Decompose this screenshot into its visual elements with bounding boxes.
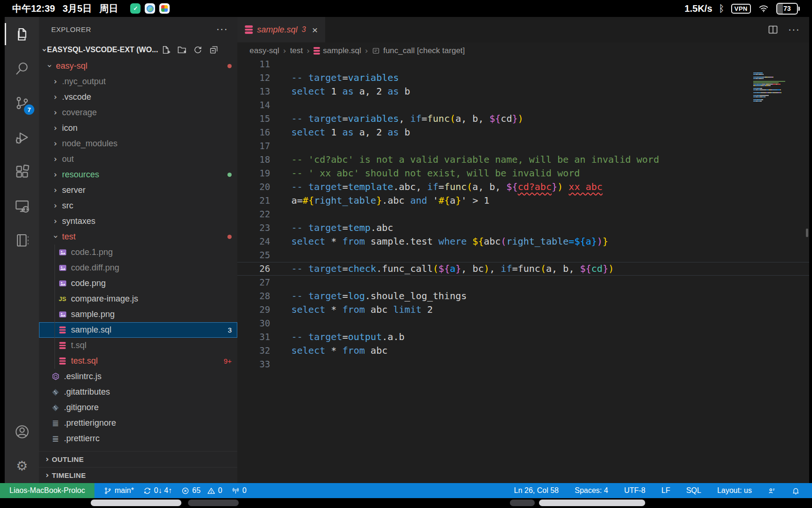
- tab-sample-sql[interactable]: sample.sql 3 ×: [237, 17, 325, 42]
- tree-file-t-sql[interactable]: t.sql: [39, 338, 237, 353]
- code-line-21[interactable]: 21a=#{right_table}.abc and '#{a}' > 1: [237, 194, 809, 207]
- section-outline[interactable]: ›OUTLINE: [39, 451, 237, 467]
- new-folder-icon[interactable]: [177, 45, 187, 55]
- code-line-13[interactable]: 13select 1 as a, 2 as b: [237, 85, 809, 98]
- tree-file--prettierrc[interactable]: ≣.prettierrc: [39, 431, 237, 446]
- activity-settings-button[interactable]: ⚙: [5, 449, 39, 483]
- branch-status[interactable]: main*: [99, 486, 139, 495]
- editor-more-actions-icon[interactable]: ···: [788, 24, 800, 36]
- cursor-position[interactable]: Ln 26, Col 58: [509, 486, 563, 495]
- running-app-icons: ✓: [130, 3, 170, 14]
- window-drag-handle[interactable]: [510, 500, 535, 506]
- store-app-icon[interactable]: [159, 3, 170, 14]
- tree-folder-resources[interactable]: ›resources: [39, 167, 237, 183]
- minimap[interactable]: [753, 71, 803, 103]
- code-line-18[interactable]: 18-- 'cd?abc' is not a valid variable na…: [237, 153, 809, 167]
- language-mode[interactable]: SQL: [681, 486, 706, 495]
- tree-file-code-png[interactable]: code.png: [39, 276, 237, 291]
- code-line-29[interactable]: 29select * from abc limit 2: [237, 303, 809, 317]
- window-drag-handle[interactable]: [188, 500, 239, 506]
- remote-indicator[interactable]: Liaos-MacBook-Proloc: [0, 483, 94, 498]
- breadcrumb-item[interactable]: test: [290, 46, 303, 56]
- code-line-22[interactable]: 22: [237, 207, 809, 221]
- activity-account-button[interactable]: [5, 414, 39, 449]
- eol-status[interactable]: LF: [656, 486, 675, 495]
- tree-file-test-sql[interactable]: test.sql9+: [39, 353, 237, 369]
- activity-remote-explorer-button[interactable]: [5, 189, 39, 223]
- tree-file--gitignore[interactable]: .gitignore: [39, 400, 237, 415]
- code-line-25[interactable]: 25: [237, 248, 809, 262]
- breadcrumb-item[interactable]: easy-sql: [250, 46, 279, 56]
- line-number: 14: [237, 98, 291, 112]
- code-line-26[interactable]: 26-- target=check.func_call(${a}, bc), i…: [237, 262, 809, 276]
- section-timeline[interactable]: ›TIMELINE: [39, 467, 237, 483]
- tree-folder-icon[interactable]: ›icon: [39, 120, 237, 136]
- notifications-button[interactable]: [787, 487, 804, 495]
- collapse-all-icon[interactable]: [209, 45, 219, 55]
- remote-explorer-icon: [14, 198, 30, 214]
- ports-status[interactable]: 0: [227, 486, 251, 495]
- code-line-32[interactable]: 32select * from abc: [237, 344, 809, 357]
- tree-folder-out[interactable]: ›out: [39, 151, 237, 167]
- indentation-status[interactable]: Spaces: 4: [570, 486, 613, 495]
- tree-folder-server[interactable]: ›server: [39, 183, 237, 198]
- feedback-button[interactable]: [763, 487, 781, 495]
- code-line-14[interactable]: 14: [237, 98, 809, 112]
- code-line-33[interactable]: 33: [237, 357, 809, 371]
- code-line-31[interactable]: 31-- target=output.a.b: [237, 330, 809, 344]
- workspace-section-header[interactable]: › EASYSQL-VSCODE-EXT (WO...: [39, 41, 237, 58]
- tree-file-compare-image-js[interactable]: JScompare-image.js: [39, 291, 237, 307]
- activity-search-button[interactable]: [5, 51, 39, 86]
- tree-file-code-diff-png[interactable]: code.diff.png: [39, 260, 237, 276]
- code-line-19[interactable]: 19-- ' xx abc' should not exist, will be…: [237, 167, 809, 180]
- tree-file-sample-sql[interactable]: sample.sql3: [39, 322, 237, 338]
- new-file-icon[interactable]: [161, 45, 171, 55]
- tree-folder-node-modules[interactable]: ›node_modules: [39, 136, 237, 151]
- code-line-27[interactable]: 27: [237, 276, 809, 289]
- keyboard-layout[interactable]: Layout: us: [712, 486, 757, 495]
- code-line-16[interactable]: 16select 1 as a, 2 as b: [237, 126, 809, 139]
- code-line-20[interactable]: 20-- target=template.abc, if=func(a, b, …: [237, 180, 809, 194]
- activity-run-debug-button[interactable]: [5, 120, 39, 154]
- git-file-icon: [51, 404, 60, 412]
- breadcrumb-item[interactable]: sample.sql: [313, 46, 361, 56]
- code-line-15[interactable]: 15-- target=variables, if=func(a, b, ${c…: [237, 112, 809, 126]
- tree-file-sample-png[interactable]: sample.png: [39, 307, 237, 322]
- tree-folder-syntaxes[interactable]: ›syntaxes: [39, 214, 237, 229]
- window-drag-handle[interactable]: [91, 500, 181, 506]
- explorer-sidebar: EXPLORER ··· › EASYSQL-VSCODE-EXT (WO...…: [39, 17, 237, 483]
- activity-explorer-button[interactable]: [5, 17, 39, 51]
- tree-file-code-1-png[interactable]: code.1.png: [39, 245, 237, 260]
- tree-folder-src[interactable]: ›src: [39, 198, 237, 214]
- tree-file--gitattributes[interactable]: .gitattributes: [39, 384, 237, 400]
- problems-status[interactable]: 65 0: [177, 486, 227, 495]
- shield-app-icon[interactable]: ✓: [130, 3, 141, 14]
- code-line-12[interactable]: 12-- target=variables: [237, 71, 809, 85]
- code-line-17[interactable]: 17: [237, 139, 809, 153]
- activity-extensions-button[interactable]: [5, 154, 39, 189]
- tree-file--eslintrc-js[interactable]: .eslintrc.js: [39, 369, 237, 384]
- split-editor-icon[interactable]: [767, 24, 779, 35]
- code-line-24[interactable]: 24select * from sample.test where ${abc(…: [237, 235, 809, 248]
- sync-status[interactable]: 0↓ 4↑: [139, 486, 177, 495]
- code-line-30[interactable]: 30: [237, 317, 809, 330]
- tree-folder-coverage[interactable]: ›coverage: [39, 105, 237, 120]
- activity-notebook-button[interactable]: [5, 223, 39, 257]
- breadcrumb-item[interactable]: func_call [check target]: [372, 46, 465, 56]
- tree-folder-test[interactable]: ›test: [39, 229, 237, 245]
- code-line-28[interactable]: 28-- target=log.shoule_log_things: [237, 289, 809, 303]
- activity-source-control-button[interactable]: 7: [5, 86, 39, 120]
- encoding-status[interactable]: UTF-8: [619, 486, 650, 495]
- tree-folder-easy-sql[interactable]: ›easy-sql: [39, 58, 237, 74]
- code-editor[interactable]: 1112-- target=variables13select 1 as a, …: [237, 59, 809, 483]
- code-line-11[interactable]: 11: [237, 59, 809, 71]
- window-drag-handle[interactable]: [539, 500, 645, 506]
- tree-folder--nyc-output[interactable]: ›.nyc_output: [39, 74, 237, 89]
- sidebar-more-actions-button[interactable]: ···: [216, 23, 228, 35]
- browser-app-icon[interactable]: [145, 3, 155, 14]
- tree-file--prettierignore[interactable]: ≣.prettierignore: [39, 415, 237, 431]
- code-line-23[interactable]: 23-- target=temp.abc: [237, 221, 809, 235]
- refresh-icon[interactable]: [193, 45, 203, 55]
- tab-close-icon[interactable]: ×: [312, 25, 318, 35]
- tree-folder--vscode[interactable]: ›.vscode: [39, 89, 237, 105]
